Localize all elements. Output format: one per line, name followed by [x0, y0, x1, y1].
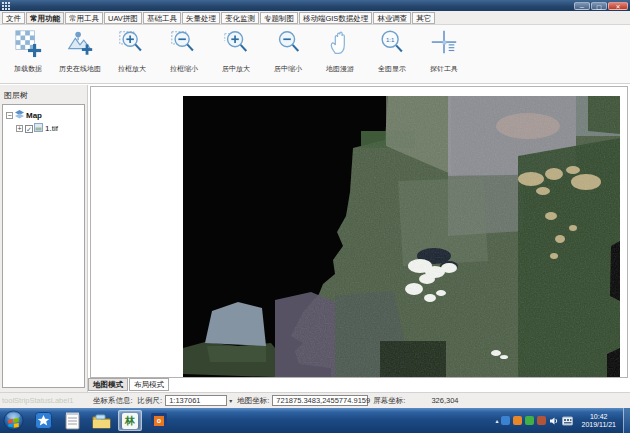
- tab-file[interactable]: 文件: [2, 12, 25, 24]
- pan-hand-icon: [325, 28, 355, 62]
- tab-other[interactable]: 其它: [412, 12, 435, 24]
- status-placeholder-label: toolStripStatusLabel1: [2, 396, 88, 405]
- forestry-app-icon: 林: [122, 413, 138, 429]
- scale-dropdown-icon[interactable]: ▾: [229, 397, 232, 404]
- show-desktop-button[interactable]: [623, 408, 630, 433]
- full-extent-icon-text: 1:1: [386, 36, 395, 43]
- tray-blue-app-icon[interactable]: [501, 416, 510, 425]
- toolbar-button-label: 居中缩小: [274, 64, 302, 74]
- tab-map-mode[interactable]: 地图模式: [88, 378, 128, 391]
- map-node-icon: [15, 110, 24, 121]
- box-zoom-in-button[interactable]: 拉框放大: [106, 27, 158, 74]
- star-app-icon: [35, 412, 52, 429]
- tray-green-shield-icon[interactable]: [525, 416, 534, 425]
- layer-panel-title: 图层树: [0, 85, 87, 101]
- pan-button[interactable]: 地图漫游: [314, 27, 366, 74]
- layer-tree: − Map + ✓ 1.tif: [2, 104, 85, 388]
- layer-node-label: 1.tif: [45, 124, 58, 133]
- tree-node-map[interactable]: − Map: [6, 109, 84, 122]
- taskbar-apps: 林 o: [31, 410, 171, 431]
- notepad-icon: [65, 412, 80, 430]
- toolbar-button-label: 全图显示: [378, 64, 406, 74]
- box-zoom-out-icon: [169, 28, 199, 62]
- system-tray: ▴ 10:42 2019/11/21: [495, 408, 630, 433]
- toolbar-button-label: 历史在线地图: [59, 64, 101, 74]
- screen-coordinate-value: 326,304: [431, 396, 458, 405]
- tree-node-layer[interactable]: + ✓ 1.tif: [6, 122, 84, 135]
- full-extent-icon: 1:1: [377, 28, 407, 62]
- load-data-icon: [13, 28, 43, 62]
- raster-layer-icon: [34, 123, 43, 134]
- full-extent-button[interactable]: 1:1 全图显示: [366, 27, 418, 74]
- menu-tab-row: 文件 常用功能 常用工具 UAV拼图 基础工具 矢量处理 变化监测 专题制图 移…: [0, 11, 630, 25]
- map-coordinate-value: 721875.3483,2455774.9159: [272, 395, 368, 406]
- volume-icon[interactable]: [549, 416, 559, 426]
- toolbar-button-label: 拉框缩小: [170, 64, 198, 74]
- map-node-label: Map: [26, 111, 42, 120]
- tab-change-detection[interactable]: 变化监测: [221, 12, 259, 24]
- main-toolbar: 加载数据 历史在线地图 拉框放大 拉框缩小: [0, 25, 630, 84]
- tab-mobile-gis-data[interactable]: 移动端GIS数据处理: [299, 12, 372, 24]
- toolbar-button-label: 探针工具: [430, 64, 458, 74]
- history-online-map-button[interactable]: 历史在线地图: [54, 27, 106, 74]
- tab-basic-tools[interactable]: 基础工具: [143, 12, 181, 24]
- folder-icon: [92, 413, 111, 429]
- satellite-imagery: [183, 96, 620, 377]
- windows-taskbar: 林 o ▴ 10:42 2019/11/21: [0, 408, 630, 433]
- map-view[interactable]: [90, 86, 628, 378]
- toolbar-button-label: 居中放大: [222, 64, 250, 74]
- map-coordinate-label: 地图坐标:: [237, 396, 269, 406]
- toolbar-button-label: 拉框放大: [118, 64, 146, 74]
- status-bar: toolStripStatusLabel1 坐标系信息: 比例尺: 1:1370…: [0, 392, 630, 408]
- taskbar-app-star[interactable]: [31, 410, 55, 431]
- ime-language-icon[interactable]: [562, 416, 573, 426]
- scale-label: 比例尺:: [138, 396, 163, 406]
- view-mode-tabs: 地图模式 布局模式: [88, 378, 170, 392]
- tab-common-functions[interactable]: 常用功能: [26, 12, 64, 24]
- tab-vector-processing[interactable]: 矢量处理: [182, 12, 220, 24]
- minimize-button[interactable]: ─: [574, 2, 590, 10]
- start-button[interactable]: [3, 410, 24, 431]
- screen-coordinate-label: 屏幕坐标:: [373, 396, 405, 406]
- taskbar-clock[interactable]: 10:42 2019/11/21: [581, 413, 616, 429]
- collapse-icon[interactable]: −: [6, 112, 13, 119]
- box-zoom-out-button[interactable]: 拉框缩小: [158, 27, 210, 74]
- center-zoom-in-button[interactable]: 居中放大: [210, 27, 262, 74]
- layer-panel: 图层树 − Map + ✓ 1.tif: [0, 85, 88, 392]
- crs-info-label: 坐标系信息:: [93, 396, 133, 406]
- taskbar-app-capture[interactable]: o: [147, 410, 171, 431]
- tab-common-tools[interactable]: 常用工具: [65, 12, 103, 24]
- tab-uav-mosaic[interactable]: UAV拼图: [104, 12, 142, 24]
- probe-tool-button[interactable]: 探针工具: [418, 27, 470, 74]
- taskbar-app-notepad[interactable]: [60, 410, 84, 431]
- box-zoom-in-icon: [117, 28, 147, 62]
- app-logo-icon: [2, 2, 10, 10]
- layer-visibility-checkbox[interactable]: ✓: [25, 125, 33, 133]
- maximize-button[interactable]: ▢: [591, 2, 607, 10]
- tray-orange-app-icon[interactable]: [513, 416, 522, 425]
- scale-combobox[interactable]: 1:137061: [165, 395, 227, 406]
- tray-expand-icon[interactable]: ▴: [495, 417, 498, 424]
- app-window: { "window": { "controls": { "minimize": …: [0, 0, 630, 433]
- clock-time: 10:42: [581, 413, 616, 421]
- toolbar-button-label: 加载数据: [14, 64, 42, 74]
- tab-layout-mode[interactable]: 布局模式: [129, 378, 169, 391]
- center-zoom-in-icon: [221, 28, 251, 62]
- history-online-map-icon: [65, 28, 95, 62]
- tab-forestry-survey[interactable]: 林业调查: [373, 12, 411, 24]
- window-controls: ─ ▢ ✕: [574, 2, 628, 10]
- taskbar-app-forestry-gis[interactable]: 林: [118, 410, 142, 431]
- close-button[interactable]: ✕: [608, 2, 628, 10]
- o-app-icon: o: [151, 413, 167, 429]
- title-bar: ─ ▢ ✕: [0, 0, 630, 11]
- probe-tool-icon: [429, 28, 459, 62]
- clock-date: 2019/11/21: [581, 421, 616, 429]
- expand-icon[interactable]: +: [16, 125, 23, 132]
- toolbar-button-label: 地图漫游: [326, 64, 354, 74]
- load-data-button[interactable]: 加载数据: [2, 27, 54, 74]
- tray-red-app-icon[interactable]: [537, 416, 546, 425]
- tab-thematic-mapping[interactable]: 专题制图: [260, 12, 298, 24]
- taskbar-app-explorer[interactable]: [89, 410, 113, 431]
- center-zoom-out-button[interactable]: 居中缩小: [262, 27, 314, 74]
- center-zoom-out-icon: [273, 28, 303, 62]
